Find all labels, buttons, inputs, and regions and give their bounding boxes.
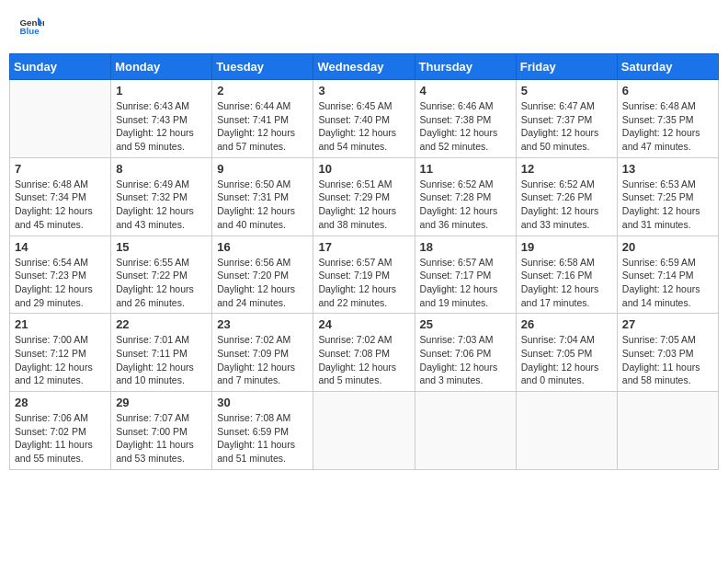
day-number: 12 xyxy=(521,162,612,176)
logo-icon: General Blue xyxy=(18,14,44,40)
calendar-cell: 12Sunrise: 6:52 AM Sunset: 7:26 PM Dayli… xyxy=(516,157,617,236)
calendar-cell xyxy=(415,392,516,470)
day-number: 21 xyxy=(15,317,106,331)
calendar-cell: 19Sunrise: 6:58 AM Sunset: 7:16 PM Dayli… xyxy=(516,236,617,314)
calendar-cell: 15Sunrise: 6:55 AM Sunset: 7:22 PM Dayli… xyxy=(111,236,212,314)
calendar-cell: 20Sunrise: 6:59 AM Sunset: 7:14 PM Dayli… xyxy=(617,236,718,314)
logo: General Blue xyxy=(18,14,48,40)
day-number: 30 xyxy=(217,396,308,409)
day-info: Sunrise: 7:02 AM Sunset: 7:08 PM Dayligh… xyxy=(318,333,409,387)
calendar-cell: 23Sunrise: 7:02 AM Sunset: 7:09 PM Dayli… xyxy=(212,314,313,392)
day-number: 20 xyxy=(622,240,713,254)
day-info: Sunrise: 7:04 AM Sunset: 7:05 PM Dayligh… xyxy=(521,333,612,387)
calendar-cell: 6Sunrise: 6:48 AM Sunset: 7:35 PM Daylig… xyxy=(617,80,718,158)
day-info: Sunrise: 7:03 AM Sunset: 7:06 PM Dayligh… xyxy=(420,333,511,387)
weekday-header: Saturday xyxy=(617,54,718,80)
calendar-cell: 30Sunrise: 7:08 AM Sunset: 6:59 PM Dayli… xyxy=(212,392,313,470)
day-info: Sunrise: 6:45 AM Sunset: 7:40 PM Dayligh… xyxy=(318,99,409,154)
day-number: 4 xyxy=(420,84,511,98)
calendar-cell: 24Sunrise: 7:02 AM Sunset: 7:08 PM Dayli… xyxy=(313,314,415,392)
calendar-cell: 27Sunrise: 7:05 AM Sunset: 7:03 PM Dayli… xyxy=(617,314,718,392)
calendar-week-row: 21Sunrise: 7:00 AM Sunset: 7:12 PM Dayli… xyxy=(10,314,719,392)
calendar-week-row: 28Sunrise: 7:06 AM Sunset: 7:02 PM Dayli… xyxy=(10,392,719,470)
day-info: Sunrise: 6:55 AM Sunset: 7:22 PM Dayligh… xyxy=(116,256,207,310)
day-number: 25 xyxy=(420,317,511,331)
weekday-header: Thursday xyxy=(415,54,516,80)
day-number: 5 xyxy=(521,84,612,98)
day-number: 1 xyxy=(116,84,207,98)
calendar-cell: 11Sunrise: 6:52 AM Sunset: 7:28 PM Dayli… xyxy=(415,157,516,236)
day-info: Sunrise: 7:02 AM Sunset: 7:09 PM Dayligh… xyxy=(217,333,308,387)
day-number: 23 xyxy=(217,317,308,331)
calendar-cell xyxy=(617,392,718,470)
day-info: Sunrise: 6:54 AM Sunset: 7:23 PM Dayligh… xyxy=(15,256,106,310)
day-info: Sunrise: 6:49 AM Sunset: 7:32 PM Dayligh… xyxy=(116,178,207,232)
day-number: 27 xyxy=(622,317,713,331)
day-info: Sunrise: 7:05 AM Sunset: 7:03 PM Dayligh… xyxy=(622,333,713,387)
calendar-cell: 9Sunrise: 6:50 AM Sunset: 7:31 PM Daylig… xyxy=(212,157,313,236)
weekday-header: Wednesday xyxy=(313,54,415,80)
svg-text:Blue: Blue xyxy=(19,26,40,36)
day-number: 28 xyxy=(15,396,106,409)
weekday-header: Friday xyxy=(516,54,617,80)
day-number: 16 xyxy=(217,240,308,254)
day-info: Sunrise: 7:07 AM Sunset: 7:00 PM Dayligh… xyxy=(116,411,207,465)
day-number: 14 xyxy=(15,240,106,254)
day-number: 22 xyxy=(116,317,207,331)
day-info: Sunrise: 6:57 AM Sunset: 7:17 PM Dayligh… xyxy=(420,256,511,310)
day-info: Sunrise: 6:44 AM Sunset: 7:41 PM Dayligh… xyxy=(217,99,308,154)
calendar-cell: 5Sunrise: 6:47 AM Sunset: 7:37 PM Daylig… xyxy=(516,80,617,158)
day-info: Sunrise: 6:48 AM Sunset: 7:35 PM Dayligh… xyxy=(622,99,713,154)
calendar-cell: 26Sunrise: 7:04 AM Sunset: 7:05 PM Dayli… xyxy=(516,314,617,392)
day-number: 6 xyxy=(622,84,713,98)
day-number: 24 xyxy=(318,317,409,331)
day-info: Sunrise: 6:48 AM Sunset: 7:34 PM Dayligh… xyxy=(15,178,106,232)
calendar-week-row: 14Sunrise: 6:54 AM Sunset: 7:23 PM Dayli… xyxy=(10,236,719,314)
day-number: 17 xyxy=(318,240,409,254)
day-info: Sunrise: 7:01 AM Sunset: 7:11 PM Dayligh… xyxy=(116,333,207,387)
day-info: Sunrise: 7:00 AM Sunset: 7:12 PM Dayligh… xyxy=(15,333,106,387)
calendar-cell: 21Sunrise: 7:00 AM Sunset: 7:12 PM Dayli… xyxy=(10,314,111,392)
calendar-cell: 17Sunrise: 6:57 AM Sunset: 7:19 PM Dayli… xyxy=(313,236,415,314)
weekday-header-row: SundayMondayTuesdayWednesdayThursdayFrid… xyxy=(10,54,719,80)
day-info: Sunrise: 6:56 AM Sunset: 7:20 PM Dayligh… xyxy=(217,256,308,310)
day-info: Sunrise: 6:47 AM Sunset: 7:37 PM Dayligh… xyxy=(521,99,612,154)
day-number: 29 xyxy=(116,396,207,409)
calendar-cell: 25Sunrise: 7:03 AM Sunset: 7:06 PM Dayli… xyxy=(415,314,516,392)
day-info: Sunrise: 6:57 AM Sunset: 7:19 PM Dayligh… xyxy=(318,256,409,310)
page-header: General Blue xyxy=(9,9,719,44)
day-number: 3 xyxy=(318,84,409,98)
day-info: Sunrise: 6:58 AM Sunset: 7:16 PM Dayligh… xyxy=(521,256,612,310)
calendar-cell: 28Sunrise: 7:06 AM Sunset: 7:02 PM Dayli… xyxy=(10,392,111,470)
calendar-cell: 13Sunrise: 6:53 AM Sunset: 7:25 PM Dayli… xyxy=(617,157,718,236)
day-number: 15 xyxy=(116,240,207,254)
calendar-week-row: 1Sunrise: 6:43 AM Sunset: 7:43 PM Daylig… xyxy=(10,80,719,158)
calendar-week-row: 7Sunrise: 6:48 AM Sunset: 7:34 PM Daylig… xyxy=(10,157,719,236)
day-info: Sunrise: 7:06 AM Sunset: 7:02 PM Dayligh… xyxy=(15,411,106,465)
day-info: Sunrise: 6:46 AM Sunset: 7:38 PM Dayligh… xyxy=(420,99,511,154)
calendar-cell xyxy=(10,80,111,158)
day-number: 2 xyxy=(217,84,308,98)
day-number: 9 xyxy=(217,162,308,176)
day-number: 13 xyxy=(622,162,713,176)
day-number: 19 xyxy=(521,240,612,254)
day-info: Sunrise: 6:50 AM Sunset: 7:31 PM Dayligh… xyxy=(217,178,308,232)
day-info: Sunrise: 6:43 AM Sunset: 7:43 PM Dayligh… xyxy=(116,99,207,154)
weekday-header: Monday xyxy=(111,54,212,80)
day-number: 18 xyxy=(420,240,511,254)
calendar-cell: 3Sunrise: 6:45 AM Sunset: 7:40 PM Daylig… xyxy=(313,80,415,158)
day-info: Sunrise: 6:52 AM Sunset: 7:28 PM Dayligh… xyxy=(420,178,511,232)
calendar-cell: 7Sunrise: 6:48 AM Sunset: 7:34 PM Daylig… xyxy=(10,157,111,236)
calendar-cell: 2Sunrise: 6:44 AM Sunset: 7:41 PM Daylig… xyxy=(212,80,313,158)
calendar-cell: 29Sunrise: 7:07 AM Sunset: 7:00 PM Dayli… xyxy=(111,392,212,470)
calendar-cell: 22Sunrise: 7:01 AM Sunset: 7:11 PM Dayli… xyxy=(111,314,212,392)
weekday-header: Sunday xyxy=(10,54,111,80)
calendar-cell: 4Sunrise: 6:46 AM Sunset: 7:38 PM Daylig… xyxy=(415,80,516,158)
day-info: Sunrise: 6:53 AM Sunset: 7:25 PM Dayligh… xyxy=(622,178,713,232)
calendar-cell: 16Sunrise: 6:56 AM Sunset: 7:20 PM Dayli… xyxy=(212,236,313,314)
day-number: 11 xyxy=(420,162,511,176)
calendar-cell: 1Sunrise: 6:43 AM Sunset: 7:43 PM Daylig… xyxy=(111,80,212,158)
day-info: Sunrise: 7:08 AM Sunset: 6:59 PM Dayligh… xyxy=(217,411,308,465)
day-info: Sunrise: 6:52 AM Sunset: 7:26 PM Dayligh… xyxy=(521,178,612,232)
day-number: 8 xyxy=(116,162,207,176)
